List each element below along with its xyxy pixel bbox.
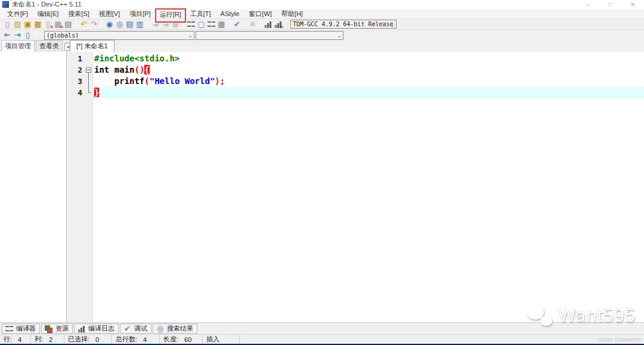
compiler-select[interactable]: TDM-GCC 4.9.2 64-bit Release ⌄ bbox=[290, 20, 397, 29]
status-总行数: 总行数:4 bbox=[112, 335, 160, 344]
menu-AStyle[interactable]: AStyle bbox=[216, 10, 244, 18]
csdn-watermark-text: CSDN @Want595 bbox=[597, 337, 641, 343]
code-line-3[interactable]: 3 printf("Hello World"); bbox=[67, 76, 644, 87]
bottom-tab-search-results[interactable]: ◎搜索结果 bbox=[153, 324, 197, 334]
delete-profiling-icon[interactable]: ✕ bbox=[273, 20, 283, 29]
toolbar-separator bbox=[229, 20, 230, 29]
close-all-icon[interactable]: ▦✕ bbox=[53, 20, 63, 29]
minimize-button[interactable]: – bbox=[576, 0, 599, 9]
debug-icon[interactable]: ✔ bbox=[232, 20, 242, 29]
chevron-down-icon: ⌄ bbox=[338, 32, 341, 38]
save-all-icon[interactable]: ▦ bbox=[33, 20, 43, 29]
code-line-1[interactable]: 1#include<stdio.h> bbox=[67, 53, 644, 64]
open-icon[interactable]: ▨ bbox=[13, 20, 23, 29]
bottom-tab-label: 编译器 bbox=[16, 324, 36, 333]
code-text: #include<stdio.h> bbox=[93, 53, 179, 64]
tab-project-manager[interactable]: 项目管理 bbox=[1, 40, 35, 52]
save-icon[interactable]: ▣ bbox=[23, 20, 33, 29]
toolbar-icons: ▯▨▣▦▯✕▦✕▤↶↷◉◎▤▥◄◄●▢▦✔✖✕ bbox=[2, 20, 283, 29]
close-button[interactable]: ✕ bbox=[621, 0, 644, 9]
toolbar-separator bbox=[35, 31, 36, 40]
line-number: 4 bbox=[67, 87, 85, 98]
debug-icon: ✔ bbox=[122, 324, 132, 334]
redo-icon[interactable]: ↷ bbox=[89, 20, 99, 29]
bottom-tab-debug[interactable]: ✔调试 bbox=[120, 324, 151, 334]
undo-icon[interactable]: ↶ bbox=[79, 20, 89, 29]
class-browser-icon[interactable]: ▯ bbox=[23, 30, 33, 40]
goto-line-icon[interactable]: ▥ bbox=[135, 20, 145, 29]
globals-select[interactable]: (globals) ⌄ bbox=[44, 31, 194, 40]
line-number: 2 bbox=[67, 64, 85, 76]
fold-marker[interactable]: − bbox=[85, 64, 93, 76]
editor-tab-bar: [*] 未命名1 bbox=[67, 41, 644, 52]
bottom-panel-tabs: 编译器资源编译日志✔调试◎搜索结果 bbox=[0, 322, 644, 334]
app-icon bbox=[2, 1, 9, 8]
profile-analysis-icon[interactable] bbox=[263, 20, 273, 29]
tab-row: 项目管理 查看类 ◂ ▸ [*] 未命名1 bbox=[0, 41, 644, 52]
menu-视图[V][interactable]: 视图[V] bbox=[94, 9, 125, 19]
compile-and-run-icon[interactable] bbox=[206, 20, 216, 29]
resources-icon bbox=[44, 324, 54, 334]
find-in-files-icon[interactable]: ◎ bbox=[114, 20, 125, 29]
bottom-tab-compile-log[interactable]: 编译日志 bbox=[74, 324, 119, 334]
code-line-2[interactable]: 2−int main(){ bbox=[67, 64, 644, 76]
find-icon[interactable]: ◉ bbox=[104, 20, 114, 29]
print-icon[interactable]: ▤ bbox=[63, 20, 73, 29]
code-editor[interactable]: 1#include<stdio.h>2−int main(){3 printf(… bbox=[67, 52, 644, 322]
compiler-select-value: TDM-GCC 4.9.2 64-bit Release bbox=[293, 21, 394, 27]
fold-marker bbox=[85, 76, 93, 87]
editor-tab-unnamed1[interactable]: [*] 未命名1 bbox=[70, 40, 114, 52]
goto-definition-icon[interactable]: ⇥ bbox=[13, 30, 23, 40]
new-source-icon[interactable]: ▯ bbox=[2, 20, 13, 29]
sidebar-tabs: 项目管理 查看类 ◂ ▸ bbox=[0, 41, 67, 52]
run-icon[interactable]: ▢ bbox=[196, 20, 206, 29]
status-已选择: 已选择:0 bbox=[64, 335, 112, 344]
menu-文件[F][interactable]: 文件[F] bbox=[2, 9, 33, 19]
toolbar-separator bbox=[76, 20, 76, 29]
toolbar-separator bbox=[244, 20, 245, 29]
menu-搜索[S][interactable]: 搜索[S] bbox=[63, 9, 94, 19]
menu-编辑[E][interactable]: 编辑[E] bbox=[33, 9, 63, 19]
status-列: 列:2 bbox=[31, 335, 64, 344]
members-select[interactable]: ⌄ bbox=[196, 31, 343, 40]
menu-窗口[W][interactable]: 窗口[W] bbox=[244, 9, 277, 19]
close-icon[interactable]: ▯✕ bbox=[43, 20, 53, 29]
fold-marker bbox=[85, 87, 93, 98]
menu-工具[T][interactable]: 工具[T] bbox=[185, 9, 216, 19]
tab-class-view[interactable]: 查看类 bbox=[36, 40, 63, 52]
bottom-tab-label: 搜索结果 bbox=[167, 324, 193, 333]
status-插入: 插入 bbox=[203, 335, 240, 344]
menu-帮助[H][interactable]: 帮助[H] bbox=[277, 9, 308, 19]
main-toolbar: ▯▨▣▦▯✕▦✕▤↶↷◉◎▤▥◄◄●▢▦✔✖✕ TDM-GCC 4.9.2 64… bbox=[0, 18, 644, 29]
bottom-tab-label: 资源 bbox=[55, 324, 69, 333]
status-bar: 行:4列:2已选择:0总行数:4长度:60插入 CSDN @Want595 bbox=[0, 334, 644, 344]
chevron-down-icon: ⌄ bbox=[189, 32, 192, 38]
globals-select-value: (globals) bbox=[47, 32, 79, 39]
rebuild-all-icon[interactable]: ▦ bbox=[216, 20, 227, 29]
devcpp-window: 未命名1 - Dev-C++ 5.11 –□✕ 文件[F]编辑[E]搜索[S]视… bbox=[0, 0, 644, 345]
chevron-down-icon: ⌄ bbox=[391, 21, 394, 27]
stop-execution-icon[interactable]: ✖ bbox=[247, 20, 258, 29]
project-manager-panel[interactable] bbox=[0, 52, 67, 322]
code-text: printf("Hello World"); bbox=[93, 76, 225, 87]
menu-运行[R][interactable]: 运行[R] bbox=[155, 8, 186, 23]
title-bar: 未命名1 - Dev-C++ 5.11 –□✕ bbox=[0, 0, 644, 9]
toolbar2-icons: ⇤⇥▯ bbox=[2, 30, 33, 40]
search-results-icon: ◎ bbox=[155, 324, 165, 334]
code-text: } bbox=[93, 87, 99, 98]
status-行: 行:4 bbox=[0, 335, 31, 344]
toolbar-separator bbox=[147, 20, 148, 29]
replace-icon[interactable]: ▤ bbox=[125, 20, 135, 29]
compile-icon[interactable] bbox=[186, 20, 196, 29]
bottom-tab-compiler[interactable]: 编译器 bbox=[2, 324, 40, 334]
code-line-4[interactable]: 4} bbox=[67, 87, 644, 98]
bottom-tab-label: 调试 bbox=[134, 324, 147, 333]
code-text: int main(){ bbox=[93, 64, 150, 76]
bottom-tab-resources[interactable]: 资源 bbox=[41, 324, 73, 334]
toolbar-separator bbox=[101, 20, 102, 29]
goto-declaration-icon[interactable]: ⇤ bbox=[2, 30, 13, 40]
menu-项目[P][interactable]: 项目[P] bbox=[125, 9, 155, 19]
fold-gutter bbox=[85, 53, 93, 64]
maximize-button[interactable]: □ bbox=[599, 0, 621, 9]
line-number: 1 bbox=[67, 53, 85, 64]
